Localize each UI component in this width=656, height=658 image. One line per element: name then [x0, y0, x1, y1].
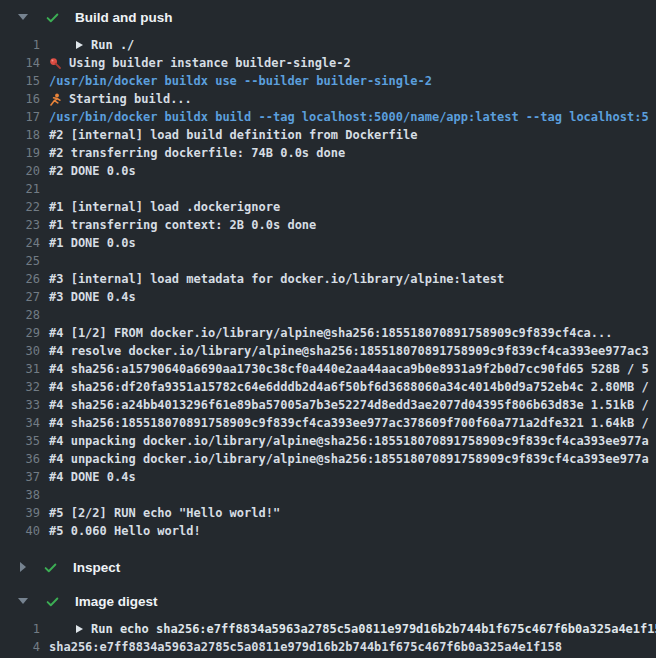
run-group-line[interactable]: Run ./ [49, 36, 134, 54]
line-number[interactable]: 23 [0, 216, 40, 234]
line-number[interactable]: 16 [0, 90, 40, 108]
log-line: 15/usr/bin/docker buildx use --builder b… [0, 72, 656, 90]
log-line: 25 [0, 252, 656, 270]
line-number[interactable]: 21 [0, 180, 40, 198]
log-text-content: #4 DONE 0.4s [49, 468, 136, 486]
log-text-content: #2 [internal] load build definition from… [49, 126, 417, 144]
log-text: Starting build... [49, 90, 192, 108]
line-number[interactable]: 32 [0, 378, 40, 396]
log-text: #2 DONE 0.0s [49, 162, 136, 180]
play-icon [76, 625, 83, 633]
line-number[interactable]: 29 [0, 324, 40, 342]
section-header-inspect[interactable]: Inspect [0, 550, 656, 584]
log-line: 23#1 transferring context: 2B 0.0s done [0, 216, 656, 234]
line-number[interactable]: 33 [0, 396, 40, 414]
log-line: 30#4 resolve docker.io/library/alpine@sh… [0, 342, 656, 360]
log-text-content: Starting build... [69, 90, 192, 108]
section-title: Image digest [75, 594, 158, 609]
runner-icon [49, 93, 62, 106]
log-text: #2 transferring dockerfile: 74B 0.0s don… [49, 144, 345, 162]
log-text-content: #5 [2/2] RUN echo "Hello world!" [49, 504, 280, 522]
log-line: 38 [0, 486, 656, 504]
log-text: #4 sha256:185518070891758909c9f839cf4ca3… [49, 414, 649, 432]
log-line: 14Using builder instance builder-single-… [0, 54, 656, 72]
run-group-line[interactable]: Run echo sha256:e7ff8834a5963a2785c5a081… [49, 620, 656, 638]
log-text-content: sha256:e7ff8834a5963a2785c5a0811e979d16b… [49, 638, 562, 656]
log-line: 21 [0, 180, 656, 198]
log-line: 16Starting build... [0, 90, 656, 108]
log-text: Using builder instance builder-single-2 [49, 54, 351, 72]
line-number[interactable]: 37 [0, 468, 40, 486]
line-number[interactable]: 15 [0, 72, 40, 90]
line-number[interactable]: 18 [0, 126, 40, 144]
log-line: 32#4 sha256:df20fa9351a15782c64e6dddb2d4… [0, 378, 656, 396]
check-icon [45, 594, 60, 609]
log-text-content: #1 DONE 0.0s [49, 234, 136, 252]
line-number[interactable]: 17 [0, 108, 40, 126]
log-text-content: #2 transferring dockerfile: 74B 0.0s don… [49, 144, 345, 162]
log-text: #4 resolve docker.io/library/alpine@sha2… [49, 342, 649, 360]
line-number[interactable]: 39 [0, 504, 40, 522]
line-number[interactable]: 24 [0, 234, 40, 252]
log-text: #4 DONE 0.4s [49, 468, 136, 486]
log-viewer: Build and push 1Run ./14Using builder in… [0, 0, 656, 658]
log-text-content: /usr/bin/docker buildx use --builder bui… [49, 72, 432, 90]
section-build-and-push: Build and push 1Run ./14Using builder in… [0, 0, 656, 546]
log-text-content: #2 DONE 0.0s [49, 162, 136, 180]
log-text: #3 DONE 0.4s [49, 288, 136, 306]
log-line: 37#4 DONE 0.4s [0, 468, 656, 486]
line-number[interactable]: 38 [0, 486, 40, 504]
check-icon [45, 10, 60, 25]
log-text: #5 0.060 Hello world! [49, 522, 201, 540]
log-text: #2 [internal] load build definition from… [49, 126, 417, 144]
log-text: #4 [1/2] FROM docker.io/library/alpine@s… [49, 324, 613, 342]
log-text-content: #4 sha256:df20fa9351a15782c64e6dddb2d4a6… [49, 378, 649, 396]
log-text-content: #1 [internal] load .dockerignore [49, 198, 280, 216]
line-number[interactable]: 40 [0, 522, 40, 540]
play-icon [76, 41, 83, 49]
line-number[interactable]: 14 [0, 54, 40, 72]
log-text: #4 unpacking docker.io/library/alpine@sh… [49, 450, 649, 468]
section-inspect: Inspect [0, 550, 656, 584]
line-number[interactable]: 26 [0, 270, 40, 288]
section-header-build-and-push[interactable]: Build and push [0, 0, 656, 34]
log-text-content: #3 DONE 0.4s [49, 288, 136, 306]
log-lines: 1Run echo sha256:e7ff8834a5963a2785c5a08… [0, 618, 656, 658]
line-number[interactable]: 30 [0, 342, 40, 360]
line-number[interactable]: 36 [0, 450, 40, 468]
line-number[interactable]: 25 [0, 252, 40, 270]
log-line: 1Run ./ [0, 36, 656, 54]
log-text-content: Using builder instance builder-single-2 [69, 54, 351, 72]
log-text: #4 sha256:df20fa9351a15782c64e6dddb2d4a6… [49, 378, 649, 396]
section-header-image-digest[interactable]: Image digest [0, 584, 656, 618]
log-text-content: #4 sha256:185518070891758909c9f839cf4ca3… [49, 414, 649, 432]
log-text-content: #4 sha256:a15790640a6690aa1730c38cf0a440… [49, 360, 649, 378]
line-number[interactable]: 19 [0, 144, 40, 162]
log-line: 40#5 0.060 Hello world! [0, 522, 656, 540]
line-number[interactable]: 1 [0, 620, 40, 638]
log-line: 4sha256:e7ff8834a5963a2785c5a0811e979d16… [0, 638, 656, 656]
line-number[interactable]: 35 [0, 432, 40, 450]
log-text-content: #5 0.060 Hello world! [49, 522, 201, 540]
line-number[interactable]: 34 [0, 414, 40, 432]
log-text-content: /usr/bin/docker buildx build --tag local… [49, 108, 649, 126]
log-line: 20#2 DONE 0.0s [0, 162, 656, 180]
line-number[interactable]: 22 [0, 198, 40, 216]
log-line: 34#4 sha256:185518070891758909c9f839cf4c… [0, 414, 656, 432]
log-text-content: Run ./ [91, 36, 134, 54]
chevron-right-icon [20, 562, 26, 572]
log-line: 29#4 [1/2] FROM docker.io/library/alpine… [0, 324, 656, 342]
chevron-down-icon [18, 14, 28, 20]
line-number[interactable]: 20 [0, 162, 40, 180]
log-line: 31#4 sha256:a15790640a6690aa1730c38cf0a4… [0, 360, 656, 378]
log-text-content: #4 unpacking docker.io/library/alpine@sh… [49, 432, 649, 450]
line-number[interactable]: 28 [0, 306, 40, 324]
log-text: /usr/bin/docker buildx use --builder bui… [49, 72, 432, 90]
line-number[interactable]: 4 [0, 638, 40, 656]
log-text-content: #4 sha256:a24bb4013296f61e89ba57005a7b3e… [49, 396, 649, 414]
log-text: sha256:e7ff8834a5963a2785c5a0811e979d16b… [49, 638, 562, 656]
line-number[interactable]: 31 [0, 360, 40, 378]
log-text: /usr/bin/docker buildx build --tag local… [49, 108, 649, 126]
line-number[interactable]: 27 [0, 288, 40, 306]
line-number[interactable]: 1 [0, 36, 40, 54]
